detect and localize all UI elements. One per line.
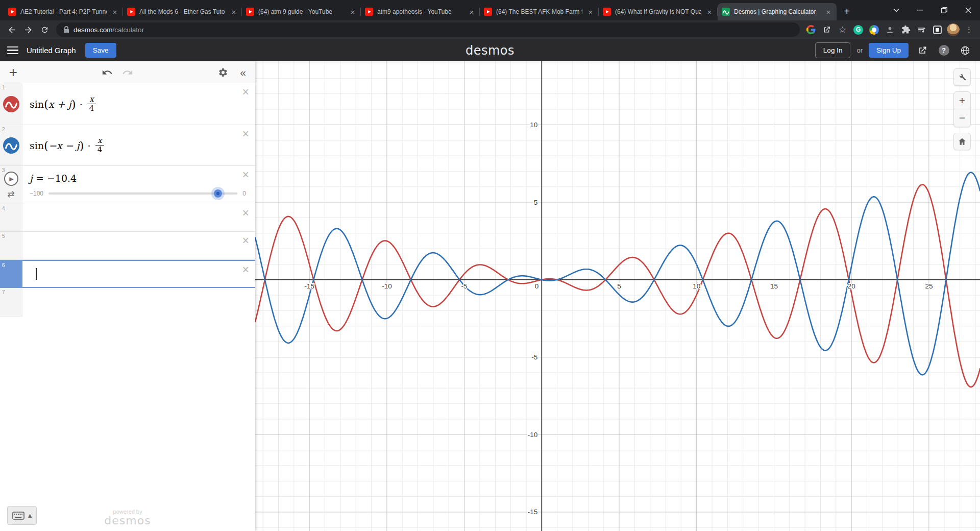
zoom-out-button[interactable]: − (954, 109, 970, 127)
axis-tick-label: 0 (535, 282, 539, 290)
delete-expression-icon[interactable]: × (242, 235, 249, 247)
graph-settings-gear-icon[interactable] (214, 61, 232, 83)
curve-color-icon-blue[interactable] (3, 137, 19, 154)
tab-close-icon[interactable]: × (111, 8, 119, 16)
slider-max-label[interactable]: 0 (242, 190, 246, 197)
expression-math[interactable]: sin(−x − j)·x4 (22, 125, 255, 165)
browser-tab[interactable]: (64) The BEST AFK Mob Farm fo × (480, 3, 599, 20)
focused-expression-input[interactable] (22, 261, 255, 287)
graph-title[interactable]: Untitled Graph (27, 46, 76, 55)
reload-button[interactable] (37, 22, 52, 37)
keyboard-toggle-button[interactable]: ▲ (7, 506, 37, 525)
restore-button[interactable] (932, 0, 956, 20)
slider-play-button[interactable]: ▶ (4, 172, 18, 186)
expression-math[interactable]: sin(x + j)·x4 (22, 83, 255, 125)
forward-button[interactable] (20, 22, 36, 37)
delete-expression-icon[interactable]: × (242, 128, 249, 140)
graph-canvas[interactable]: -15-10-50510152025105-5-10-15 (255, 61, 980, 531)
zoom-in-button[interactable]: + (954, 92, 970, 109)
expression-gutter[interactable]: 3 ▶ ⇄ (0, 166, 22, 204)
slider-expression[interactable]: j = −10.4 −100 0 (22, 166, 255, 204)
language-globe-icon[interactable] (958, 43, 973, 58)
login-button[interactable]: Log In (815, 42, 851, 58)
delete-expression-icon[interactable]: × (242, 207, 249, 219)
chrome-menu-icon[interactable]: ⋮ (962, 23, 976, 37)
axis-tick-label: -15 (304, 282, 314, 290)
curve-color-icon-red[interactable] (3, 96, 19, 112)
tab-close-icon[interactable]: × (586, 8, 595, 16)
expression-row-3[interactable]: 3 ▶ ⇄ j = −10.4 −100 0 (0, 166, 255, 204)
empty-expression[interactable] (22, 204, 255, 231)
expression-gutter[interactable]: 2 (0, 125, 22, 165)
expression-gutter[interactable]: 7 (0, 288, 22, 317)
tab-close-icon[interactable]: × (349, 8, 357, 16)
tab-search-chevron-icon[interactable] (884, 0, 908, 20)
main-content: + « 1 (0, 61, 980, 531)
address-bar[interactable]: desmos.com/calculator (56, 22, 800, 37)
expression-row-6-focused[interactable]: 6 × (0, 260, 255, 288)
tab-close-icon[interactable]: × (468, 8, 476, 16)
browser-tab-active[interactable]: Desmos | Graphing Calculator × (718, 3, 837, 20)
expression-row-1[interactable]: 1 sin(x + j)·x4 × (0, 83, 255, 125)
slider-loop-icon[interactable]: ⇄ (7, 189, 14, 199)
minimize-button[interactable] (908, 0, 932, 20)
undo-button[interactable] (98, 61, 116, 83)
url-text: desmos.com/calculator (74, 26, 144, 34)
signup-button[interactable]: Sign Up (869, 43, 909, 58)
axis-tick-label: 20 (848, 282, 855, 290)
grammarly-extension-icon[interactable]: G (851, 23, 865, 37)
share-icon[interactable] (820, 23, 834, 37)
empty-expression[interactable] (22, 232, 255, 259)
expression-gutter[interactable]: 5 (0, 232, 22, 259)
slider-variable-math[interactable]: j = −10.4 (30, 170, 248, 186)
browser-tab[interactable]: atm9 apotheosis - YouTube × (361, 3, 480, 20)
gray-profile-extension-icon[interactable] (883, 23, 897, 37)
delete-expression-icon[interactable]: × (242, 264, 249, 276)
tab-close-icon[interactable]: × (230, 8, 238, 16)
profile-avatar[interactable] (946, 23, 960, 37)
tab-close-icon[interactable]: × (705, 8, 714, 16)
slider-min-label[interactable]: −100 (30, 190, 43, 197)
slider-track[interactable] (48, 192, 237, 195)
browser-tab[interactable]: (64) atm 9 guide - YouTube × (242, 3, 361, 20)
browser-tab[interactable]: (64) What If Gravity is NOT Qua × (599, 3, 718, 20)
expression-row-4[interactable]: 4 × (0, 204, 255, 232)
media-queue-icon[interactable] (915, 23, 928, 37)
axis-tick-label: 15 (770, 282, 778, 290)
back-button[interactable] (4, 22, 19, 37)
or-label: or (856, 46, 863, 54)
help-icon[interactable]: ? (936, 43, 951, 58)
add-expression-button[interactable]: + (0, 61, 27, 83)
main-menu-icon[interactable] (7, 46, 18, 55)
save-button[interactable]: Save (85, 43, 116, 58)
browser-tab[interactable]: All the Mods 6 - Ether Gas Tuto × (123, 3, 242, 20)
colored-extension-icon[interactable] (867, 23, 881, 37)
expression-row-7[interactable]: 7 (0, 288, 255, 317)
delete-expression-icon[interactable]: × (242, 86, 249, 98)
share-graph-icon[interactable] (915, 43, 930, 58)
graph-settings-wrench-button[interactable] (953, 68, 971, 86)
expression-gutter[interactable]: 1 (0, 83, 22, 125)
expression-row-5[interactable]: 5 × (0, 232, 255, 260)
close-window-button[interactable] (956, 0, 980, 20)
expression-row-2[interactable]: 2 sin(−x − j)·x4 × (0, 125, 255, 166)
google-g-icon[interactable] (804, 23, 818, 37)
tab-close-icon[interactable]: × (824, 8, 832, 16)
new-tab-button[interactable]: + (840, 4, 854, 18)
delete-expression-icon[interactable]: × (242, 169, 249, 181)
expression-gutter[interactable]: 4 (0, 204, 22, 231)
text-cursor (36, 268, 37, 280)
youtube-favicon (603, 8, 611, 16)
expression-toolbar: + « (0, 61, 255, 83)
extensions-puzzle-icon[interactable] (899, 23, 913, 37)
bw-extension-icon[interactable] (930, 23, 944, 37)
redo-button[interactable] (118, 61, 137, 83)
browser-tab[interactable]: AE2 Tutorial - Part 4: P2P Tunne × (4, 3, 123, 20)
expression-gutter[interactable]: 6 (0, 261, 22, 287)
slider-handle[interactable] (214, 189, 222, 198)
collapse-panel-button[interactable]: « (233, 61, 253, 83)
graph-paper[interactable]: -15-10-50510152025105-5-10-15 + − (255, 61, 980, 531)
tab-title: All the Mods 6 - Ether Gas Tuto (139, 8, 226, 15)
home-default-view-button[interactable] (953, 133, 971, 150)
bookmark-star-icon[interactable]: ☆ (836, 23, 849, 37)
